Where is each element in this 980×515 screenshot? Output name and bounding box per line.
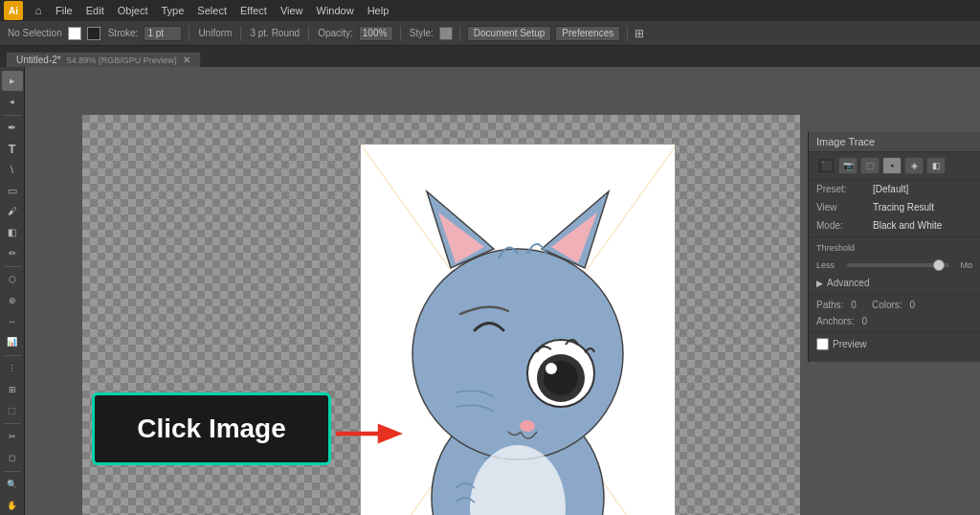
menu-edit[interactable]: Edit xyxy=(80,3,110,18)
gradient-tool[interactable]: ◧ xyxy=(2,222,23,242)
menu-type[interactable]: Type xyxy=(156,3,190,18)
advanced-row[interactable]: ▶ Advanced xyxy=(809,274,980,292)
direct-selection-tool[interactable]: ◂ xyxy=(2,92,23,112)
menu-file[interactable]: File xyxy=(50,3,78,18)
paths-label: Paths: xyxy=(816,300,843,310)
symbol-tool[interactable]: ⊛ xyxy=(2,291,23,311)
style2-label: Style: xyxy=(408,28,435,38)
panel-divider-3 xyxy=(809,331,980,332)
preview-row[interactable]: Preview xyxy=(809,334,980,354)
trace-icon-4[interactable]: ▪ xyxy=(882,157,902,174)
tool-separator-4 xyxy=(4,423,21,424)
menu-view[interactable]: View xyxy=(275,3,309,18)
click-image-text: Click Image xyxy=(137,414,286,444)
panel-icon-row: ⬛ 📷 ⬚ ▪ ◈ ◧ xyxy=(809,152,980,180)
tools-panel: ▸ ◂ ✒ T \ ▭ 🖌 ◧ ✏ ⬡ ⊛ ↔ 📊 ⋮ ⊞ ⬚ ✂ ◻ 🔍 ✋ xyxy=(0,67,25,515)
trace-icon-2[interactable]: 📷 xyxy=(838,157,858,174)
threshold-row: Threshold xyxy=(809,239,980,257)
mesh-tool[interactable]: ⋮ xyxy=(2,359,23,379)
tool-separator-1 xyxy=(4,115,21,116)
width-label: 3 pt. Round xyxy=(248,28,301,38)
fill-swatch[interactable] xyxy=(68,27,81,40)
trace-icon-1[interactable]: ⬛ xyxy=(816,157,835,174)
tab-close-icon[interactable]: ✕ xyxy=(183,55,190,65)
opacity-label: Opacity: xyxy=(316,28,355,38)
click-image-box[interactable]: Click Image xyxy=(92,392,331,465)
trace-icon-3[interactable]: ⬚ xyxy=(860,157,880,174)
view-label: View xyxy=(816,202,869,213)
hand-tool[interactable]: ✋ xyxy=(2,495,23,515)
zoom-tool[interactable]: 🔍 xyxy=(2,474,23,494)
panel-divider-1 xyxy=(809,236,980,237)
arrow-indicator xyxy=(336,414,403,453)
less-label: Less xyxy=(816,260,843,270)
svg-point-12 xyxy=(520,420,535,432)
slider-row[interactable]: Less Mo xyxy=(809,257,980,274)
preset-label: Preset: xyxy=(816,184,869,194)
menu-object[interactable]: Object xyxy=(112,3,154,18)
mode-value[interactable]: Black and White xyxy=(873,220,942,231)
separator-2 xyxy=(240,26,241,41)
eraser-tool[interactable]: ◻ xyxy=(2,448,23,468)
arrange-icon[interactable]: ⊞ xyxy=(635,27,644,40)
transform-tool[interactable]: ⊞ xyxy=(2,380,23,400)
mode-row: Mode: Black and White xyxy=(809,216,980,235)
anchors-value: 0 xyxy=(861,316,867,326)
graph-tool[interactable]: 📊 xyxy=(2,332,23,352)
anchors-row: Anchors: 0 xyxy=(809,313,980,329)
more-label: Mo xyxy=(953,260,972,270)
trace-icon-6[interactable]: ◧ xyxy=(926,157,946,174)
scale-tool[interactable]: ↔ xyxy=(2,311,23,331)
opacity-input[interactable] xyxy=(359,26,393,41)
menu-window[interactable]: Window xyxy=(311,3,360,18)
colors-label: Colors: xyxy=(872,300,902,310)
app-icon: Ai xyxy=(4,1,23,20)
view-value[interactable]: Tracing Result xyxy=(873,202,934,213)
menu-select[interactable]: Select xyxy=(191,3,233,18)
preset-value[interactable]: [Default] xyxy=(873,184,908,194)
toolbar: No Selection Stroke: Uniform 3 pt. Round… xyxy=(0,21,980,46)
stroke-label: Stroke: xyxy=(106,28,141,38)
slider-thumb[interactable] xyxy=(933,259,945,271)
line-tool[interactable]: \ xyxy=(2,160,23,180)
tool-separator-3 xyxy=(4,355,21,356)
stroke-input[interactable] xyxy=(144,26,182,41)
menu-bar: Ai ⌂ File Edit Object Type Select Effect… xyxy=(0,0,980,21)
menu-help[interactable]: Help xyxy=(362,3,395,18)
style-swatch[interactable] xyxy=(439,27,453,40)
rect-tool[interactable]: ▭ xyxy=(2,181,23,201)
pen-tool[interactable]: ✒ xyxy=(2,118,23,138)
chevron-right-icon: ▶ xyxy=(816,279,823,288)
cat-image[interactable] xyxy=(360,144,676,515)
anchors-label: Anchors: xyxy=(816,316,854,326)
colors-value: 0 xyxy=(910,300,916,310)
panel-title: Image Trace xyxy=(816,136,875,147)
perspective-tool[interactable]: ⬚ xyxy=(2,400,23,420)
home-icon[interactable]: ⌂ xyxy=(29,1,48,20)
separator-6 xyxy=(627,26,628,41)
stroke-swatch[interactable] xyxy=(87,27,100,40)
slice-tool[interactable]: ✂ xyxy=(2,427,23,447)
panel-divider-2 xyxy=(809,294,980,295)
tool-separator-5 xyxy=(4,471,21,472)
preferences-button[interactable]: Preferences xyxy=(555,26,620,41)
blend-tool[interactable]: ⬡ xyxy=(2,270,23,290)
separator-5 xyxy=(459,26,460,41)
eyedropper-tool[interactable]: ✏ xyxy=(2,243,23,263)
paths-row: Paths: 0 Colors: 0 xyxy=(809,297,980,313)
canvas-area[interactable]: Click Image Image Trace ⬛ 📷 ⬚ ▪ ◈ ◧ Pres… xyxy=(25,67,980,515)
threshold-slider[interactable] xyxy=(847,263,949,267)
preview-checkbox[interactable] xyxy=(816,338,829,350)
menu-effect[interactable]: Effect xyxy=(234,3,273,18)
tool-separator-2 xyxy=(4,266,21,267)
paint-tool[interactable]: 🖌 xyxy=(2,202,23,222)
separator-3 xyxy=(308,26,309,41)
trace-icon-5[interactable]: ◈ xyxy=(904,157,924,174)
image-trace-panel: Image Trace ⬛ 📷 ⬚ ▪ ◈ ◧ Preset: [Default… xyxy=(808,132,980,362)
preview-label: Preview xyxy=(833,339,867,349)
threshold-label: Threshold xyxy=(816,243,855,253)
selection-tool[interactable]: ▸ xyxy=(2,71,23,91)
tab-untitled[interactable]: Untitled-2* 54.89% (RGB/GPU Preview) ✕ xyxy=(6,52,201,67)
type-tool[interactable]: T xyxy=(2,139,23,159)
document-setup-button[interactable]: Document Setup xyxy=(467,26,552,41)
